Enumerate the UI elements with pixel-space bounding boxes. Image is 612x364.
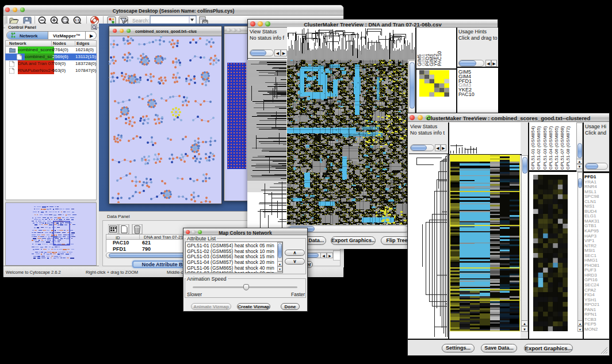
svg-text:GPL51-07 (GSM868): GPL51-07 (GSM868) — [560, 126, 565, 170]
svg-text:GPL51-08 (GSM872): GPL51-08 (GSM872) — [565, 126, 571, 170]
svg-text:GPL51-03 (GSM856): GPL51-03 (GSM856) — [542, 126, 548, 170]
svg-text:GPL51-01 (GSM854): GPL51-01 (GSM854) — [530, 126, 536, 170]
svg-text:GPL51-04 (GSM857): GPL51-04 (GSM857) — [548, 126, 553, 170]
svg-text:GPL51-02 (GSM855): GPL51-02 (GSM855) — [536, 126, 541, 170]
svg-text:PAC10: PAC10 — [437, 51, 442, 66]
svg-text:GPL51-06 (GSM865): GPL51-06 (GSM865) — [554, 126, 559, 170]
svg-text:Search:: Search: — [132, 18, 149, 24]
svg-text:1:1: 1:1 — [75, 18, 79, 22]
